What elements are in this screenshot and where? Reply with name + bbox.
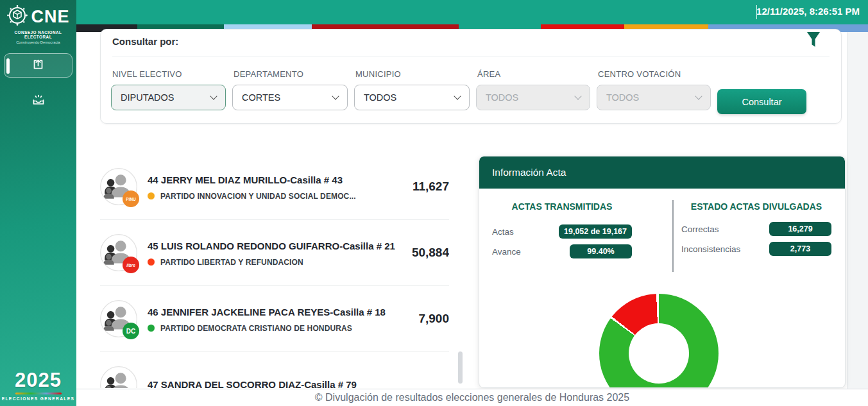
brand-org: CONSEJO NACIONAL ELECTORAL bbox=[0, 30, 76, 39]
acta-divulgadas-column: ESTADO ACTAS DIVULGADAS Correctas16,279I… bbox=[673, 201, 845, 264]
filter-select-value: TODOS bbox=[364, 92, 396, 103]
candidate-info: 46 JENNIFER JACKELINE PACA REYES-Casilla… bbox=[148, 305, 404, 333]
candidate-party: PARTIDO DEMOCRATA CRISTIANO DE HONDURAS bbox=[148, 324, 404, 333]
divulgadas-heading: ESTADO ACTAS DIVULGADAS bbox=[681, 201, 831, 212]
copyright-text: © Divulgación de resultados elecciones g… bbox=[315, 392, 629, 403]
filter-label: ÁREA bbox=[477, 69, 590, 79]
party-name: PARTIDO DEMOCRATA CRISTIANO DE HONDURAS bbox=[160, 324, 352, 333]
filter-select-nivel-electivo[interactable]: DIPUTADOS bbox=[111, 85, 226, 110]
brand-name: CNE bbox=[31, 7, 69, 27]
party-color-dot bbox=[148, 192, 155, 199]
column-divider bbox=[672, 200, 674, 272]
cne-emblem-icon bbox=[6, 4, 28, 29]
chevron-down-icon bbox=[210, 92, 217, 99]
acta-stat-label: Actas bbox=[492, 227, 514, 237]
sidebar-item-results[interactable] bbox=[4, 53, 72, 78]
candidate-avatar: libre bbox=[100, 234, 137, 271]
logo-label: ELECCIONES GENERALES bbox=[0, 396, 76, 401]
party-badge: DC bbox=[123, 323, 139, 339]
sidebar: CNE CONSEJO NACIONAL ELECTORAL Construye… bbox=[0, 0, 76, 406]
logo-year: 2025 bbox=[0, 369, 76, 392]
party-color-dot bbox=[148, 325, 155, 332]
transmitidas-rows: Actas19,052 de 19,167Avance99.40% bbox=[492, 224, 632, 258]
party-badge: libre bbox=[123, 257, 139, 273]
export-box-icon bbox=[32, 58, 44, 73]
acta-stat-row: Actas19,052 de 19,167 bbox=[492, 224, 632, 239]
acta-stat-value: 99.40% bbox=[570, 244, 632, 258]
candidate-info: 45 LUIS ROLANDO REDONDO GUIFARRO-Casilla… bbox=[148, 239, 404, 267]
list-scrollbar-thumb[interactable] bbox=[458, 351, 463, 384]
acta-panel-title: Información Acta bbox=[479, 156, 845, 189]
filter-funnel-icon[interactable] bbox=[805, 30, 822, 53]
chevron-down-icon bbox=[332, 92, 339, 99]
filter-group-centro-votaci-n: CENTRO VOTACIÓNTODOS bbox=[597, 69, 711, 110]
filter-group-nivel-electivo: NIVEL ELECTIVODIPUTADOS bbox=[111, 69, 226, 110]
candidate-name: 46 JENNIFER JACKELINE PACA REYES-Casilla… bbox=[148, 305, 404, 319]
filter-group-municipio: MUNICIPIOTODOS bbox=[354, 69, 470, 110]
chevron-down-icon bbox=[695, 92, 702, 99]
active-indicator bbox=[6, 58, 10, 74]
acta-stat-row: Avance99.40% bbox=[492, 244, 632, 258]
acta-stat-value: 2,773 bbox=[769, 242, 831, 256]
acta-stat-value: 16,279 bbox=[769, 222, 831, 236]
filter-label: CENTRO VOTACIÓN bbox=[598, 69, 711, 79]
filter-select-municipio[interactable]: TODOS bbox=[354, 85, 470, 110]
candidate-row[interactable]: PINU44 JERRY MEL DIAZ MURILLO-Casilla # … bbox=[100, 154, 449, 220]
filter-select-value: CORTES bbox=[242, 92, 280, 103]
sidebar-item-inbox[interactable] bbox=[4, 89, 72, 114]
candidate-row[interactable]: libre45 LUIS ROLANDO REDONDO GUIFARRO-Ca… bbox=[100, 220, 449, 286]
filter-card: Consultar por: NIVEL ELECTIVODIPUTADOSDE… bbox=[100, 29, 842, 124]
candidate-info: 44 JERRY MEL DIAZ MURILLO-Casilla # 43PA… bbox=[148, 173, 404, 201]
candidate-row[interactable]: 47 SANDRA DEL SOCORRO DIAZ-Casilla # 79 bbox=[100, 352, 449, 388]
candidate-name: 44 JERRY MEL DIAZ MURILLO-Casilla # 43 bbox=[148, 173, 404, 187]
filter-select-value: TODOS bbox=[486, 92, 518, 103]
acta-stat-row: Correctas16,279 bbox=[681, 222, 831, 236]
inbox-receive-icon bbox=[31, 93, 46, 110]
party-name: PARTIDO LIBERTAD Y REFUNDACION bbox=[160, 258, 303, 267]
acta-transmitidas-column: ACTAS TRANSMITIDAS Actas19,052 de 19,167… bbox=[479, 201, 673, 264]
acta-stat-value: 19,052 de 19,167 bbox=[559, 224, 632, 239]
page-footer: © Divulgación de resultados elecciones g… bbox=[76, 389, 868, 406]
candidate-row[interactable]: DC46 JENNIFER JACKELINE PACA REYES-Casil… bbox=[100, 286, 449, 352]
filter-group--rea: ÁREATODOS bbox=[476, 69, 590, 110]
acta-stat-label: Inconsistencias bbox=[681, 244, 740, 254]
timestamp: 12/11/2025, 8:26:51 PM bbox=[756, 6, 860, 17]
candidate-avatar: DC bbox=[100, 300, 137, 337]
filter-group-departamento: DEPARTAMENTOCORTES bbox=[232, 69, 348, 110]
acta-stat-label: Correctas bbox=[681, 224, 719, 234]
candidate-name: 47 SANDRA DEL SOCORRO DIAZ-Casilla # 79 bbox=[148, 378, 404, 388]
party-color-dot bbox=[148, 258, 155, 266]
acta-stat-row: Inconsistencias2,773 bbox=[681, 242, 831, 256]
candidate-list: PINU44 JERRY MEL DIAZ MURILLO-Casilla # … bbox=[100, 154, 449, 388]
party-badge: PINU bbox=[123, 190, 139, 207]
filter-select-centro-votaci-n[interactable]: TODOS bbox=[597, 85, 711, 110]
vote-count: 50,884 bbox=[412, 246, 449, 260]
candidate-name: 45 LUIS ROLANDO REDONDO GUIFARRO-Casilla… bbox=[148, 239, 404, 253]
filter-select-departamento[interactable]: CORTES bbox=[232, 85, 348, 110]
vote-count: 7,900 bbox=[418, 312, 449, 326]
transmitidas-heading: ACTAS TRANSMITIDAS bbox=[492, 201, 632, 212]
consultar-button[interactable]: Consultar bbox=[717, 89, 806, 114]
candidate-party: PARTIDO LIBERTAD Y REFUNDACION bbox=[148, 258, 404, 267]
filter-select-value: DIPUTADOS bbox=[121, 92, 174, 103]
chevron-down-icon bbox=[574, 92, 581, 99]
chevron-down-icon bbox=[454, 92, 461, 99]
donut-hole bbox=[629, 323, 689, 384]
elections-2025-logo: 2025 ELECCIONES GENERALES bbox=[0, 369, 76, 401]
filter-select--rea[interactable]: TODOS bbox=[476, 85, 590, 110]
right-gutter bbox=[847, 32, 868, 389]
actas-donut-chart bbox=[599, 294, 719, 388]
filter-label: NIVEL ELECTIVO bbox=[112, 69, 226, 79]
filter-label: DEPARTAMENTO bbox=[234, 69, 348, 79]
vote-count: 11,627 bbox=[413, 180, 449, 194]
acta-info-panel: Información Acta ACTAS TRANSMITIDAS Acta… bbox=[479, 156, 846, 388]
app-window: 12/11/2025, 8:26:51 PM bbox=[0, 0, 868, 406]
candidate-avatar: PINU bbox=[100, 168, 137, 205]
filter-divider bbox=[112, 56, 830, 56]
filter-fields: NIVEL ELECTIVODIPUTADOSDEPARTAMENTOCORTE… bbox=[111, 69, 806, 114]
filter-label: MUNICIPIO bbox=[355, 69, 470, 79]
logo-swoosh bbox=[15, 393, 62, 394]
cne-logo: CNE CONSEJO NACIONAL ELECTORAL Construye… bbox=[0, 0, 76, 44]
candidate-avatar bbox=[100, 366, 137, 388]
acta-stats: ACTAS TRANSMITIDAS Actas19,052 de 19,167… bbox=[479, 201, 845, 264]
